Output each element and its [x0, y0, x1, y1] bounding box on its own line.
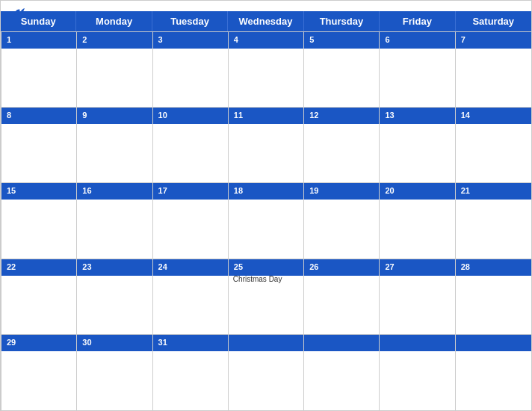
- cal-cell: 24: [153, 259, 229, 335]
- date-number: 21: [459, 185, 472, 196]
- cal-cell: 15: [1, 183, 77, 259]
- date-number: 2: [80, 34, 89, 45]
- cal-cell: 17: [153, 183, 229, 259]
- day-header-wednesday: Wednesday: [228, 11, 303, 31]
- cal-cell: 14: [456, 108, 531, 183]
- date-number: 12: [307, 110, 321, 120]
- date-number: 8: [4, 110, 13, 120]
- date-number: 14: [459, 110, 472, 120]
- date-number: 16: [80, 185, 93, 196]
- cal-cell: 30: [77, 335, 152, 410]
- date-number: 11: [232, 110, 245, 120]
- days-header: SundayMondayTuesdayWednesdayThursdayFrid…: [1, 11, 531, 31]
- calendar-container: SundayMondayTuesdayWednesdayThursdayFrid…: [0, 0, 532, 411]
- cal-cell: 4: [229, 32, 304, 108]
- cal-cell: [229, 335, 304, 410]
- cal-cell: 19: [304, 183, 380, 259]
- day-header-friday: Friday: [380, 11, 455, 31]
- date-number: 20: [383, 185, 396, 196]
- calendar-grid: 1234567891011121314151617181920212223242…: [1, 31, 531, 410]
- date-number: 28: [459, 262, 472, 272]
- day-header-monday: Monday: [76, 11, 152, 31]
- cal-cell: 13: [380, 108, 455, 183]
- date-number: 31: [156, 337, 170, 347]
- cal-cell: 3: [153, 32, 229, 108]
- day-header-tuesday: Tuesday: [152, 11, 228, 31]
- logo-bird-icon: [13, 7, 26, 17]
- date-number: 22: [4, 262, 18, 272]
- logo-area: [13, 7, 26, 20]
- cal-cell: 23: [77, 259, 152, 335]
- cal-cell: [380, 335, 455, 410]
- cal-cell: 9: [77, 108, 152, 183]
- date-number: 1: [4, 34, 13, 45]
- cal-cell: 11: [229, 108, 304, 183]
- date-number: 27: [383, 262, 396, 272]
- date-number: 30: [80, 337, 93, 347]
- cal-cell: 31: [153, 335, 229, 410]
- date-number: 9: [80, 110, 89, 120]
- cal-cell: 21: [456, 183, 531, 259]
- cal-cell: 28: [456, 259, 531, 335]
- day-header-saturday: Saturday: [456, 11, 531, 31]
- cal-cell: 2: [77, 32, 152, 108]
- cal-cell: 26: [304, 259, 380, 335]
- date-number: 23: [80, 262, 93, 272]
- cal-cell: 22: [1, 259, 77, 335]
- cal-cell: 29: [1, 335, 77, 410]
- cal-cell: [304, 335, 380, 410]
- cal-cell: 10: [153, 108, 229, 183]
- cal-cell: 1: [1, 32, 77, 108]
- cal-cell: 6: [380, 32, 455, 108]
- cal-cell: 7: [456, 32, 531, 108]
- date-number: 26: [307, 262, 321, 272]
- calendar-header: [1, 1, 531, 11]
- date-number: 4: [232, 34, 241, 45]
- date-number: 7: [459, 34, 468, 45]
- date-number: 5: [307, 34, 316, 45]
- day-header-thursday: Thursday: [304, 11, 380, 31]
- cal-cell: 25Christmas Day: [229, 259, 304, 335]
- date-number: 24: [156, 262, 170, 272]
- date-number: 3: [156, 34, 165, 45]
- date-number: 29: [4, 337, 18, 347]
- date-number: 15: [4, 185, 18, 196]
- cal-cell: 18: [229, 183, 304, 259]
- event-label: Christmas Day: [232, 275, 300, 283]
- cal-cell: 12: [304, 108, 380, 183]
- logo-general: [13, 7, 26, 20]
- date-number: 18: [232, 185, 245, 196]
- date-number: 13: [383, 110, 396, 120]
- date-number: 19: [307, 185, 321, 196]
- cal-cell: 20: [380, 183, 455, 259]
- date-number: 6: [383, 34, 392, 45]
- cal-cell: 16: [77, 183, 152, 259]
- cal-cell: 27: [380, 259, 455, 335]
- cal-cell: 5: [304, 32, 380, 108]
- date-number: 25: [232, 262, 245, 272]
- date-number: 17: [156, 185, 170, 196]
- cal-cell: [456, 335, 531, 410]
- date-number: 10: [156, 110, 170, 120]
- cal-cell: 8: [1, 108, 77, 183]
